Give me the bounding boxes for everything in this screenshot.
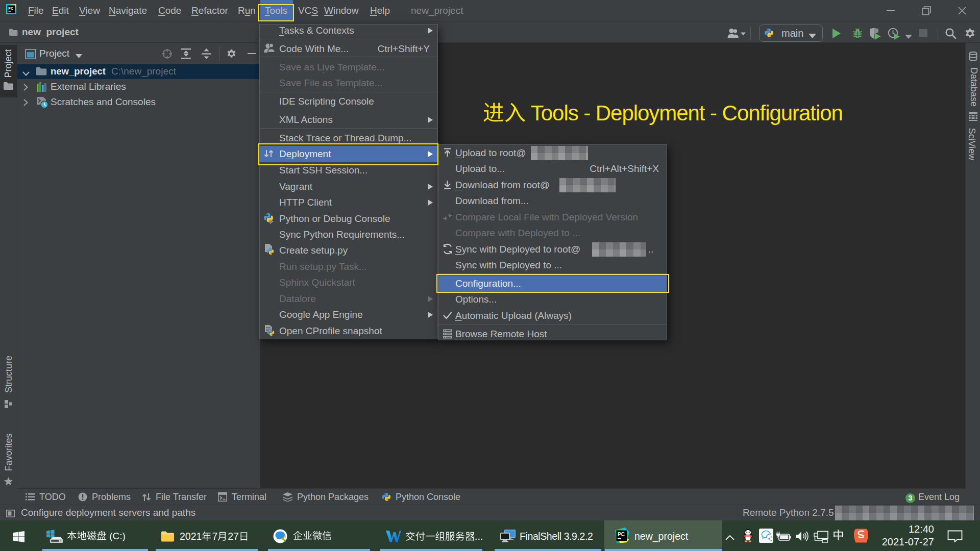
svg-text:PC: PC [618,532,625,537]
svg-text:PC: PC [8,6,13,11]
